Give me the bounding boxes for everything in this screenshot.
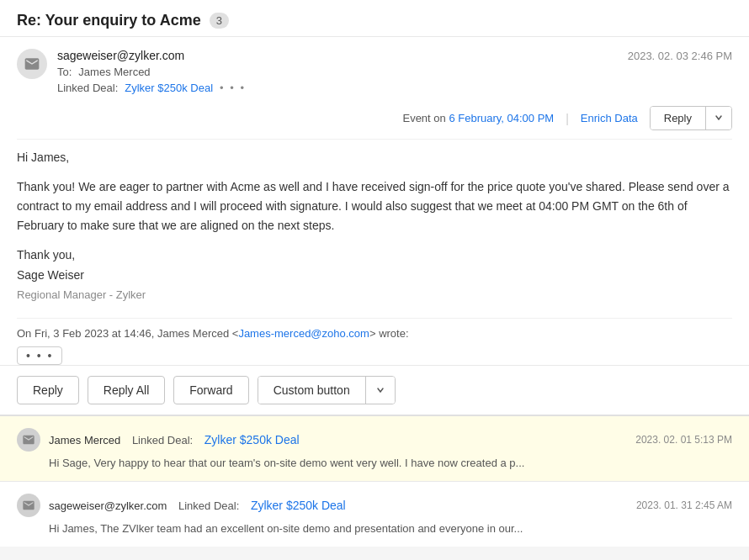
mail-icon: [24, 55, 40, 72]
thread-linked-deal-1[interactable]: Zylker $250k Deal: [205, 433, 300, 446]
reply-dropdown-button[interactable]: [706, 107, 731, 129]
custom-main-button[interactable]: Custom button: [258, 377, 366, 404]
thread-linked-deal-2[interactable]: Zylker $250k Deal: [251, 499, 346, 512]
reply-all-btn[interactable]: Reply: [17, 376, 79, 404]
thread-avatar-1: [17, 428, 40, 452]
to-label: To:: [57, 66, 72, 78]
sender-email: sageweiser@zylker.com: [57, 49, 184, 62]
signature-block: Thank you, Sage Weiser Regional Manager …: [17, 246, 732, 304]
thread-preview-2: Hi James, The ZVlker team had an excelle…: [17, 522, 732, 535]
thread-section: James Merced Linked Deal: Zylker $250k D…: [0, 415, 749, 547]
separator: |: [566, 112, 569, 125]
thread-item[interactable]: James Merced Linked Deal: Zylker $250k D…: [0, 416, 749, 482]
sender-info: sageweiser@zylker.com 2023. 02. 03 2:46 …: [57, 49, 732, 94]
quoted-section: On Fri, 3 Feb 2023 at 14:46, James Merce…: [17, 318, 732, 365]
event-date[interactable]: 6 February, 04:00 PM: [449, 112, 554, 124]
email-main: sageweiser@zylker.com 2023. 02. 03 2:46 …: [0, 37, 749, 365]
email-header: Re: Your enquiry to Acme 3: [0, 0, 749, 37]
action-bar: Reply Reply All Forward Custom button: [0, 365, 749, 415]
thread-item-2[interactable]: sageweiser@zylker.com Linked Deal: Zylke…: [0, 482, 749, 547]
email-body: Hi James, Thank you! We are eager to par…: [17, 139, 732, 318]
event-label: Event on 6 February, 04:00 PM: [402, 112, 554, 124]
body-closing: Thank you,: [17, 246, 732, 266]
thread-preview-1: Hi Sage, Very happy to hear that our tea…: [17, 457, 732, 469]
meta-row: To: James Merced: [57, 66, 732, 78]
thread-item-header-1: James Merced Linked Deal: Zylker $250k D…: [17, 428, 732, 452]
linked-deal-label: Linked Deal:: [57, 82, 118, 94]
sender-row: sageweiser@zylker.com 2023. 02. 03 2:46 …: [17, 37, 732, 99]
thread-avatar-2: [17, 494, 40, 517]
thread-mail-icon-2: [22, 499, 35, 512]
sender-avatar: [17, 49, 47, 79]
expand-quoted-button[interactable]: • • •: [17, 346, 62, 365]
reply-button[interactable]: Reply: [651, 107, 706, 129]
signature-title: Regional Manager - Zylker: [17, 286, 732, 304]
email-container: Re: Your enquiry to Acme 3 sageweiser@zy…: [0, 0, 749, 547]
sender-top-row: sageweiser@zylker.com 2023. 02. 03 2:46 …: [57, 49, 732, 62]
linked-deal-row: Linked Deal: Zylker $250k Deal • • •: [57, 82, 732, 94]
quoted-meta: On Fri, 3 Feb 2023 at 14:46, James Merce…: [17, 327, 732, 340]
email-subject: Re: Your enquiry to Acme: [17, 12, 201, 29]
custom-button-group: Custom button: [258, 376, 396, 404]
thread-date-2: 2023. 01. 31 2:45 AM: [636, 499, 732, 511]
thread-item-header-2: sageweiser@zylker.com Linked Deal: Zylke…: [17, 494, 732, 517]
to-name: James Merced: [78, 66, 150, 78]
body-paragraph: Thank you! We are eager to partner with …: [17, 177, 732, 235]
thread-linked-label-1: Linked Deal:: [129, 434, 196, 446]
thread-linked-label-2: Linked Deal:: [175, 499, 242, 512]
linked-deal-link[interactable]: Zylker $250k Deal: [125, 82, 213, 94]
thread-date-1: 2023. 02. 01 5:13 PM: [635, 434, 732, 446]
sender-date: 2023. 02. 03 2:46 PM: [628, 50, 732, 62]
thread-sender-2: sageweiser@zylker.com: [49, 499, 167, 512]
body-greeting: Hi James,: [17, 148, 732, 167]
forward-btn[interactable]: Forward: [173, 376, 248, 404]
reply-all-btn[interactable]: Reply All: [88, 376, 165, 404]
quoted-email[interactable]: James-merced@zoho.com: [238, 327, 369, 340]
chevron-down-icon-2: [376, 386, 385, 394]
enrich-data-link[interactable]: Enrich Data: [581, 112, 638, 124]
email-count-badge: 3: [210, 13, 229, 29]
thread-mail-icon-1: [22, 433, 35, 446]
signature-name: Sage Weiser: [17, 266, 732, 286]
event-action-row: Event on 6 February, 04:00 PM | Enrich D…: [17, 106, 732, 139]
more-options-dots[interactable]: • • •: [220, 82, 246, 94]
chevron-down-icon: [714, 114, 723, 122]
reply-button-group: Reply: [650, 106, 732, 130]
thread-sender-1: James Merced: [49, 434, 120, 446]
custom-dropdown-button[interactable]: [366, 377, 395, 404]
